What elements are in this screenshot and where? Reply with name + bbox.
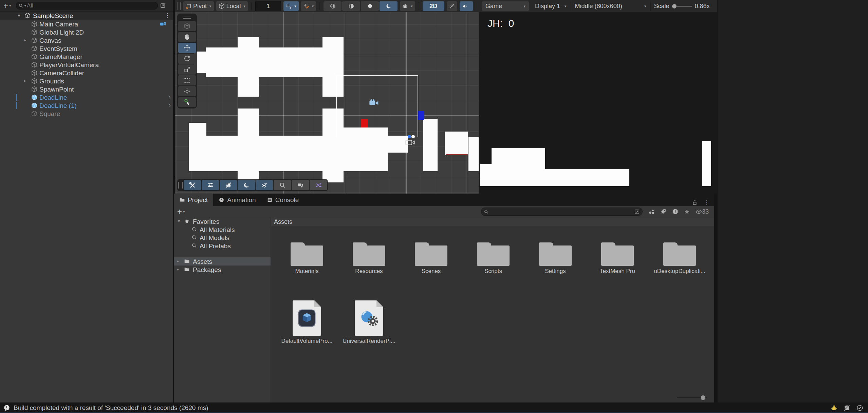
search-by-label-icon[interactable] (660, 209, 666, 215)
shaded-wireframe-mode-button[interactable] (342, 1, 360, 11)
create-dropdown-caret-icon[interactable]: ▾ (9, 3, 11, 8)
scale-slider-track[interactable] (677, 6, 692, 7)
create-object-button[interactable]: + (3, 2, 8, 10)
lock-icon[interactable] (692, 200, 698, 205)
asset-folder-materials[interactable]: Materials (280, 241, 334, 275)
asset-zoom-knob[interactable] (701, 395, 705, 400)
snap-caret-icon[interactable]: ▾ (312, 4, 314, 8)
game-tab-dropdown[interactable]: Game ▾ (482, 1, 529, 11)
tab-animation[interactable]: Animation (213, 194, 261, 206)
hierarchy-search-input[interactable] (26, 2, 155, 9)
camera-overlay-button[interactable] (292, 180, 309, 190)
hierarchy-item-cameracollider[interactable]: CameraCollider (0, 69, 173, 77)
2d-mode-toggle[interactable]: 2D (423, 1, 444, 11)
asset-file-universalrenderpi[interactable]: UniversalRenderPi... (342, 300, 396, 345)
tab-console[interactable]: Console (261, 194, 304, 206)
hierarchy-item-global-light-2d[interactable]: Global Light 2D (0, 28, 173, 36)
eye-icon[interactable] (696, 209, 702, 215)
pan-tool-button[interactable] (178, 32, 196, 42)
status-bar[interactable]: Build completed with a result of 'Succee… (0, 402, 868, 413)
grid-visibility-button[interactable] (220, 180, 237, 190)
tilemap-palette-button[interactable] (256, 180, 273, 190)
overlay-settings-button[interactable] (202, 180, 219, 190)
scale-slider-knob[interactable] (672, 4, 677, 8)
debug-caret-icon[interactable]: ▾ (411, 4, 413, 8)
scale-tool-button[interactable] (178, 64, 196, 75)
grid-size-field[interactable] (255, 1, 281, 11)
scene-expand-arrow-icon[interactable]: ▼ (17, 13, 21, 18)
rotate-tool-button[interactable] (178, 54, 196, 64)
tree-expand-arrow-icon[interactable]: ▸ (177, 259, 179, 263)
hierarchy-item-main-camera[interactable]: Main Camera (0, 20, 173, 28)
rect-tool-button[interactable] (178, 75, 196, 85)
hierarchy-search-box[interactable]: ▾ (16, 2, 158, 9)
expand-arrow-icon[interactable]: ▸ (24, 78, 26, 83)
tree-expand-arrow-icon[interactable]: ▼ (177, 219, 181, 223)
expand-arrow-icon[interactable]: ▸ (24, 38, 26, 42)
scene-header-row[interactable]: ▼ SampleScene ⋮ (0, 12, 173, 20)
toolbar-drag-handle[interactable] (177, 2, 181, 10)
importance-filter-icon[interactable] (672, 209, 678, 215)
grid-snap-caret-icon[interactable]: ▾ (294, 4, 296, 8)
hierarchy-item-canvas[interactable]: ▸Canvas (0, 36, 173, 44)
tab-project[interactable]: Project (174, 194, 213, 206)
prefab-open-chevron-icon[interactable]: › (169, 93, 171, 100)
favorites-star-icon[interactable] (684, 209, 690, 215)
tree-item-packages[interactable]: ▸Packages (174, 266, 271, 274)
view-options-button[interactable] (238, 180, 255, 190)
scene-tool-settings-button[interactable] (184, 180, 201, 190)
search-overlay-button[interactable] (274, 180, 291, 190)
asset-folder-scripts[interactable]: Scripts (466, 241, 520, 275)
window-pane-icon[interactable] (634, 209, 640, 215)
camera-indicator-icon[interactable] (160, 21, 166, 26)
code-coverage-check-icon[interactable] (856, 405, 863, 411)
asset-folder-scenes[interactable]: Scenes (404, 241, 458, 275)
move-tool-button[interactable] (178, 43, 196, 53)
tree-item-assets[interactable]: ▸Assets (174, 257, 271, 266)
project-search-box[interactable] (481, 208, 643, 216)
tools-drag-handle[interactable] (178, 15, 196, 20)
debug-draw-mode-button[interactable]: ▾ (400, 1, 415, 11)
game-view[interactable]: JH: 0 (479, 12, 717, 194)
create-asset-caret-icon[interactable]: ▾ (183, 210, 185, 214)
camera-gizmo-icon[interactable] (369, 99, 379, 106)
asset-file-defaultvolumepro[interactable]: DefaultVolumePro... (280, 300, 334, 345)
move-gizmo-icon[interactable] (403, 134, 418, 147)
scene-kebab-menu-icon[interactable]: ⋮ (165, 12, 170, 19)
scene-lighting-toggle[interactable] (447, 1, 457, 11)
hierarchy-item-grounds[interactable]: ▸Grounds (0, 77, 173, 85)
grid-snap-button[interactable]: Y ▾ (283, 1, 299, 11)
asset-folder-udesktopduplicati[interactable]: uDesktopDuplicati... (652, 241, 707, 275)
tree-item-all-prefabs[interactable]: All Prefabs (174, 242, 271, 250)
hierarchy-item-deadline[interactable]: DeadLine› (0, 93, 173, 101)
scene-audio-toggle[interactable] (460, 1, 473, 11)
panel-kebab-menu-icon[interactable]: ⋮ (704, 199, 709, 206)
tree-expand-arrow-icon[interactable]: ▸ (177, 267, 179, 272)
random-brush-overlay-button[interactable] (310, 180, 327, 190)
hierarchy-item-eventsystem[interactable]: EventSystem (0, 44, 173, 53)
window-pane-icon[interactable] (160, 3, 166, 8)
project-search-input[interactable] (489, 208, 634, 215)
hierarchy-item-square[interactable]: Square (0, 110, 173, 118)
tree-item-all-materials[interactable]: All Materials (174, 225, 271, 234)
transform-tool-button[interactable] (178, 86, 196, 96)
search-by-type-icon[interactable] (648, 209, 654, 215)
orientation-button[interactable]: Local ▾ (216, 1, 248, 11)
hierarchy-item-spawnpoint[interactable]: SpawnPoint (0, 85, 173, 93)
asset-folder-settings[interactable]: Settings (528, 241, 583, 275)
wireframe-mode-button[interactable] (324, 1, 341, 11)
resolution-dropdown[interactable]: Middle (800x600) ▾ (571, 1, 651, 11)
tree-item-all-models[interactable]: All Models (174, 234, 271, 242)
pivot-mode-button[interactable]: Pivot ▾ (183, 1, 214, 11)
asset-folder-textmesh-pro[interactable]: TextMesh Pro (590, 241, 645, 275)
shaded-mode-button[interactable] (380, 1, 398, 11)
debugger-bug-icon[interactable]: ! (831, 405, 837, 411)
snap-settings-button[interactable]: ▾ (301, 1, 316, 11)
hierarchy-item-playervirtualcamera[interactable]: PlayerVirtualCamera (0, 61, 173, 69)
editor-tool-button[interactable] (178, 97, 196, 107)
display-dropdown[interactable]: Display 1 ▾ (531, 1, 571, 11)
scene-view[interactable] (175, 12, 479, 194)
overlay-drag-handle[interactable] (178, 182, 183, 189)
hierarchy-item-gamemanager[interactable]: GameManager (0, 53, 173, 61)
prefab-open-chevron-icon[interactable]: › (169, 101, 171, 109)
